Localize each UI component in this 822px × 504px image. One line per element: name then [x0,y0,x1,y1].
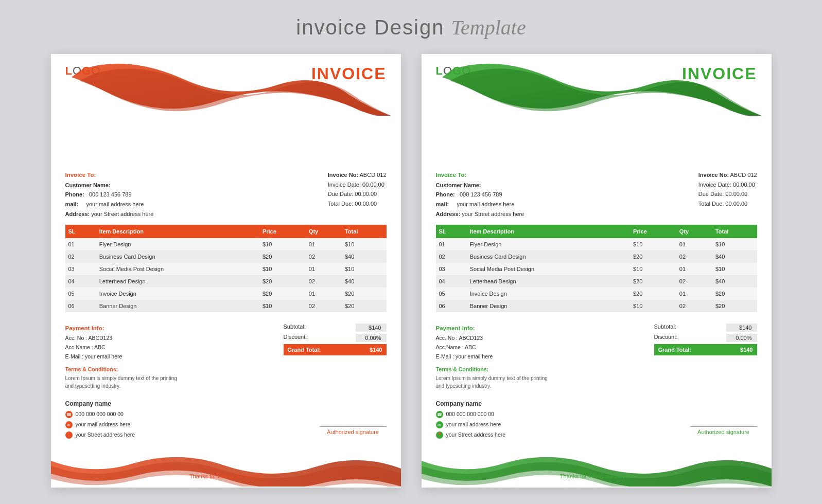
location-icon-orange: 📍 [65,431,73,439]
table-row: 05Invoice Design$2001$20 [65,287,387,300]
table-row: 03Social Media Post Design$1001$10 [436,263,757,275]
invoices-wrapper: LOGO INVOICE Invoice To: Customer [10,54,812,488]
grand-total-row-orange: Grand Total: $140 [284,344,387,355]
acc-name-orange: Acc.Name : ABC [65,343,179,352]
subtotal-row-green: Subtotal: $140 [654,323,757,332]
terms-label-green: Terms & Conditions: [436,365,549,374]
invoice-table-green: SL Item Description Price Qty Total 01Fl… [436,225,757,312]
discount-row-orange: Discount: 0.00% [284,334,387,342]
col-sl-green: SL [436,225,467,238]
payment-totals-orange: Payment Info: Acc. No : ABCD123 Acc.Name… [51,316,401,395]
table-row: 02Business Card Design$2002$40 [436,250,757,263]
table-row: 01Flyer Design$1001$10 [65,238,387,250]
phone-green: Phone: 000 123 456 789 [436,190,524,200]
table-row: 03Social Media Post Design$1001$10 [65,263,387,275]
invoice-orange: LOGO INVOICE Invoice To: Customer [51,54,401,488]
signature-orange: Authorized signature [320,426,387,435]
page-title: invoice Design Template [296,15,526,40]
phone-orange: Phone: 000 123 456 789 [65,190,154,200]
company-phone-green: ☎ 000 000 000 000 00 [436,409,757,420]
address-green: Address: your Street address here [436,209,524,219]
invoice-no-orange: Invoice No: ABCD 012 [328,170,387,180]
grand-total-row-green: Grand Total: $140 [654,344,757,355]
phone-icon-green: ☎ [436,411,443,418]
table-row: 02Business Card Design$2002$40 [65,250,387,263]
col-sl-orange: SL [65,225,96,238]
location-icon-green: 📍 [436,431,443,439]
invoice-table-orange: SL Item Description Price Qty Total 01Fl… [65,225,387,312]
total-due-orange: Total Due: 00.00.00 [328,199,387,209]
email-green: E-Mail : your email here [436,352,549,362]
terms-text-orange: Lorem Ipsum is simply dummy text of the … [65,374,179,390]
terms-text-green: Lorem Ipsum is simply dummy text of the … [436,374,549,390]
invoice-info-green: Invoice To: Customer Name: Phone: 000 12… [422,162,772,225]
customer-name-green: Customer Name: [436,181,524,190]
thanks-text-orange: Thanks for taking our service [51,473,401,488]
company-phone-orange: ☎ 000 000 000 000 00 [65,409,387,420]
col-desc-orange: Item Description [96,225,259,238]
company-name-orange: Company name [65,400,387,407]
invoice-footer-green: Company name ☎ 000 000 000 000 00 ✉ your… [422,395,772,440]
mail-icon-orange: ✉ [65,421,73,428]
col-price-green: Price [630,225,676,238]
mail-orange: mail: your mail address here [65,200,154,209]
table-row: 06Banner Design$1002$20 [65,300,387,312]
phone-icon-orange: ☎ [65,411,73,418]
invoice-title-orange: INVOICE [311,64,387,83]
subtotal-row-orange: Subtotal: $140 [284,323,387,332]
customer-name-orange: Customer Name: [65,181,154,190]
table-row: 01Flyer Design$1001$10 [436,238,757,250]
total-due-green: Total Due: 00.00.00 [698,199,757,209]
invoice-no-green: Invoice No: ABCD 012 [698,170,757,180]
invoice-date-green: Invoice Date: 00.00.00 [698,180,757,190]
acc-name-green: Acc.Name : ABC [436,343,549,352]
invoice-green: LOGO INVOICE Invoice To: Customer Name: [422,54,772,488]
col-desc-green: Item Description [467,225,630,238]
terms-label-orange: Terms & Conditions: [65,365,179,374]
invoice-to-label-green: Invoice To: [436,170,524,181]
invoice-date-orange: Invoice Date: 00.00.00 [328,180,387,190]
payment-totals-green: Payment Info: Acc. No : ABCD123 Acc.Name… [422,316,772,395]
mail-green: mail: your mail address here [436,200,524,209]
signature-green: Authorized signature [690,426,757,435]
col-qty-green: Qty [676,225,712,238]
due-date-orange: Due Date: 00.00.00 [328,189,387,199]
col-total-green: Total [712,225,757,238]
payment-info-label-green: Payment Info: [436,323,549,334]
address-orange: Address: your Street address here [65,209,154,219]
table-row: 04Letterhead Design$2002$40 [436,275,757,287]
acc-no-orange: Acc. No : ABCD123 [65,334,179,343]
col-price-orange: Price [259,225,306,238]
company-name-green: Company name [436,400,757,407]
email-orange: E-Mail : your email here [65,352,179,362]
invoice-to-label-orange: Invoice To: [65,170,154,181]
table-row: 06Banner Design$1002$20 [436,300,757,312]
invoice-footer-orange: Company name ☎ 000 000 000 000 00 ✉ your… [51,395,401,440]
col-total-orange: Total [342,225,387,238]
invoice-info-orange: Invoice To: Customer Name: Phone: 000 12… [51,162,401,225]
col-qty-orange: Qty [306,225,342,238]
invoice-title-green: INVOICE [682,64,757,83]
mail-icon-green: ✉ [436,421,443,428]
discount-row-green: Discount: 0.00% [654,334,757,342]
thanks-text-green: Thanks for taking our service [422,473,772,488]
payment-info-label-orange: Payment Info: [65,323,179,334]
due-date-green: Due Date: 00.00.00 [698,189,757,199]
acc-no-green: Acc. No : ABCD123 [436,334,549,343]
table-row: 04Letterhead Design$2002$40 [65,275,387,287]
table-row: 05Invoice Design$2001$20 [436,287,757,300]
